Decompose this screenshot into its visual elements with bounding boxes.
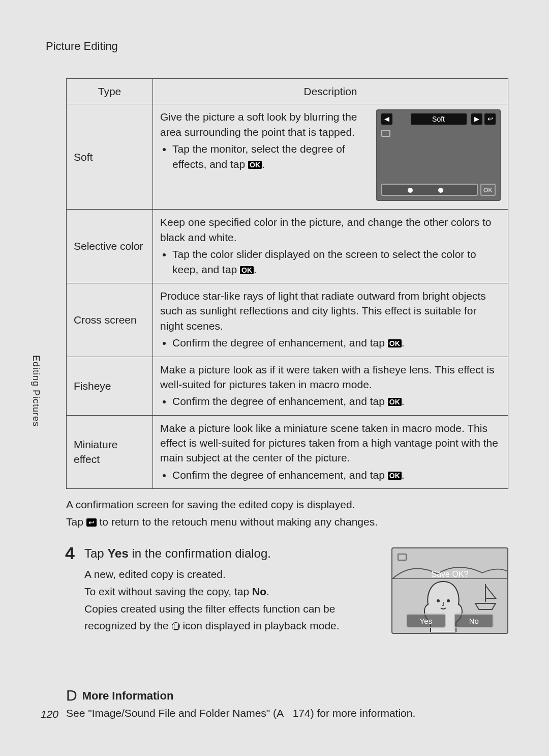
type-cell-cross: Cross screen — [67, 283, 153, 357]
ok-icon: OK — [388, 339, 402, 347]
page-number: 120 — [41, 708, 58, 720]
more-information: DMore Information See "Image/Sound File … — [66, 687, 508, 719]
more-info-text: See "Image/Sound File and Folder Names" … — [66, 707, 508, 719]
more-info-heading: DMore Information — [66, 687, 508, 704]
cross-intro: Produce star-like rays of light that rad… — [160, 288, 501, 333]
back-note: Tap ↩ to return to the retouch menu with… — [66, 513, 508, 531]
cross-bullet: Confirm the degree of enhancement, and t… — [172, 335, 501, 350]
desc-cell-selective: Keep one specified color in the picture,… — [153, 210, 508, 283]
next-arrow-icon: ▶ — [471, 113, 482, 125]
step4-p1: A new, edited copy is created. — [84, 566, 369, 583]
below-table-text: A confirmation screen for saving the edi… — [66, 496, 508, 530]
col-header-type: Type — [67, 79, 153, 104]
soft-preview-title: Soft — [411, 113, 467, 125]
page: Picture Editing Editing Pictures Type De… — [0, 0, 549, 756]
page-inner: Picture Editing Editing Pictures Type De… — [30, 40, 518, 740]
ok-icon: OK — [388, 398, 402, 406]
ok-icon: OK — [248, 161, 262, 169]
yes-button-preview: Yes — [406, 614, 446, 628]
no-button-preview: No — [454, 614, 494, 628]
back-icon: ↩ — [484, 113, 496, 125]
ok-button-preview: OK — [480, 184, 496, 196]
back-icon: ↩ — [86, 518, 97, 527]
desc-cell-soft: ◀ Soft ▶ ↩ OK Give the picture a soft lo… — [153, 104, 508, 210]
ok-icon: OK — [388, 472, 402, 480]
desc-cell-cross: Produce star-like rays of light that rad… — [153, 283, 508, 357]
type-cell-soft: Soft — [67, 104, 153, 210]
card-icon — [381, 130, 390, 137]
selective-bullet: Tap the color slider displayed on the sc… — [172, 247, 501, 277]
soft-preview-thumbnail: ◀ Soft ▶ ↩ OK — [376, 109, 501, 201]
step4-p2: To exit without saving the copy, tap No. — [84, 583, 369, 600]
type-cell-selective: Selective color — [67, 210, 153, 283]
table-row: Soft ◀ Soft ▶ ↩ OK — [67, 104, 508, 210]
desc-cell-fisheye: Make a picture look as if it were taken … — [153, 357, 508, 415]
col-header-description: Description — [153, 79, 508, 104]
table-row: Selective color Keep one specified color… — [67, 210, 508, 283]
table-row: Miniature effect Make a picture look lik… — [67, 415, 508, 489]
prev-arrow-icon: ◀ — [381, 113, 392, 125]
miniature-intro: Make a picture look like a miniature sce… — [160, 421, 501, 466]
miniature-bullet: Confirm the degree of enhancement, and t… — [172, 468, 501, 482]
svg-point-0 — [437, 599, 440, 602]
boat-illustration — [473, 584, 498, 614]
type-cell-fisheye: Fisheye — [67, 357, 153, 415]
selective-intro: Keep one specified color in the picture,… — [160, 215, 501, 245]
desc-cell-miniature: Make a picture look like a miniature sce… — [153, 415, 508, 489]
effects-table: Type Description Soft ◀ Soft ▶ ↩ — [66, 78, 508, 489]
degree-slider — [381, 184, 478, 196]
table-row: Fisheye Make a picture look as if it wer… — [67, 357, 508, 415]
save-confirm-thumbnail: Save OK? Yes No — [391, 547, 508, 634]
svg-point-1 — [447, 599, 450, 602]
fisheye-bullet: Confirm the degree of enhancement, and t… — [172, 394, 501, 409]
card-icon — [398, 554, 407, 561]
filter-effect-icon — [172, 622, 180, 630]
confirm-note: A confirmation screen for saving the edi… — [66, 496, 508, 513]
note-icon-letter: D — [66, 687, 77, 704]
fisheye-intro: Make a picture look as if it were taken … — [160, 362, 501, 392]
table-row: Cross screen Produce star-like rays of l… — [67, 283, 508, 357]
ok-icon: OK — [240, 266, 254, 274]
step-body: A new, edited copy is created. To exit w… — [84, 566, 369, 634]
type-cell-miniature: Miniature effect — [67, 415, 153, 489]
section-header: Picture Editing — [46, 40, 518, 53]
step-4: 4 Tap Yes in the confirmation dialog. A … — [66, 546, 508, 634]
step-number: 4 — [65, 543, 75, 563]
step4-p3: Copies created using the filter effects … — [84, 600, 369, 634]
side-tab-label: Editing Pictures — [30, 355, 41, 427]
